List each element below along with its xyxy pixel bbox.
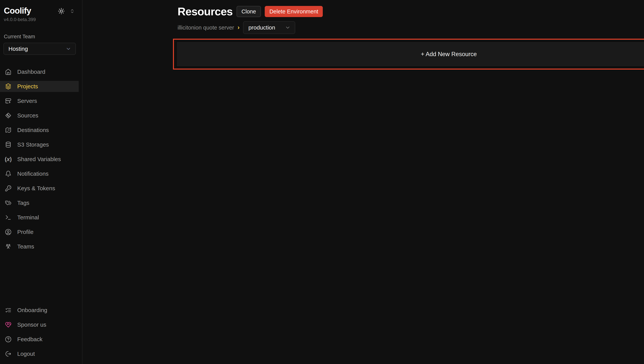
- sidebar-item-projects[interactable]: Projects: [0, 81, 79, 92]
- sidebar-item-keys-tokens[interactable]: Keys & Tokens: [0, 183, 79, 194]
- team-section: Current Team Hosting: [0, 22, 82, 55]
- page-title: Resources: [178, 6, 233, 17]
- sidebar-item-label: Dashboard: [17, 68, 46, 75]
- chevrons-up-down-icon[interactable]: [70, 8, 75, 14]
- breadcrumb: illicitonion quote server › production: [178, 21, 644, 34]
- server-icon: [5, 98, 12, 104]
- help-circle-icon: [5, 336, 12, 342]
- tags-icon: [5, 200, 12, 206]
- heart-hands-icon: [5, 322, 12, 328]
- sidebar-item-terminal[interactable]: Terminal: [0, 212, 79, 223]
- sidebar-item-shared-variables[interactable]: (x) Shared Variables: [0, 154, 79, 165]
- main-content: Resources Clone Delete Environment illic…: [82, 0, 644, 364]
- checklist-icon: [5, 307, 12, 314]
- map-icon: [5, 127, 12, 133]
- current-team-label: Current Team: [4, 34, 76, 40]
- app-window: Coolify v4.0.0-beta.399 Current Team: [0, 0, 644, 364]
- add-new-resource-label: + Add New Resource: [421, 51, 477, 58]
- sidebar-item-label: Tags: [17, 200, 29, 206]
- user-circle-icon: [5, 229, 12, 235]
- terminal-icon: [5, 214, 12, 221]
- sidebar-item-label: Profile: [17, 229, 34, 235]
- sidebar-item-label: Notifications: [17, 170, 48, 177]
- sidebar-item-notifications[interactable]: Notifications: [0, 168, 79, 179]
- clone-button[interactable]: Clone: [236, 6, 261, 17]
- sidebar-item-label: Terminal: [17, 214, 39, 221]
- environment-select[interactable]: production: [243, 21, 295, 34]
- sidebar-item-logout[interactable]: Logout: [0, 348, 79, 360]
- sidebar-item-label: S3 Storages: [17, 142, 49, 148]
- brand-logo[interactable]: Coolify: [4, 6, 31, 15]
- logout-icon: [5, 350, 12, 357]
- sidebar-item-label: Projects: [17, 83, 38, 90]
- sidebar-item-label: Sources: [17, 112, 38, 119]
- layers-icon: [5, 83, 12, 90]
- sidebar-item-sponsor-us[interactable]: Sponsor us: [0, 319, 79, 330]
- sidebar-item-servers[interactable]: Servers: [0, 96, 79, 106]
- annotation-highlight-rectangle: + Add New Resource: [173, 39, 644, 70]
- sidebar-item-tags[interactable]: Tags: [0, 197, 79, 208]
- team-select-value: Hosting: [8, 46, 28, 52]
- sidebar-item-dashboard[interactable]: Dashboard: [0, 66, 79, 78]
- team-select[interactable]: Hosting: [4, 43, 76, 55]
- add-new-resource-button[interactable]: + Add New Resource: [176, 42, 644, 67]
- sidebar-item-destinations[interactable]: Destinations: [0, 124, 79, 136]
- key-icon: [5, 185, 12, 192]
- sidebar-item-label: Sponsor us: [17, 322, 46, 328]
- sidebar-item-onboarding[interactable]: Onboarding: [0, 304, 79, 316]
- sidebar-item-label: Feedback: [17, 336, 42, 342]
- sidebar-footer-nav: Onboarding Sponsor us Feedback Logout: [0, 304, 82, 364]
- bell-icon: [5, 170, 12, 177]
- sidebar-nav: Dashboard Projects Servers Sources: [0, 66, 82, 256]
- sidebar-item-profile[interactable]: Profile: [0, 226, 79, 238]
- sidebar-item-s3-storages[interactable]: S3 Storages: [0, 139, 79, 150]
- breadcrumb-project-link[interactable]: illicitonion quote server: [178, 24, 234, 31]
- sidebar-item-label: Destinations: [17, 127, 49, 133]
- sidebar-item-label: Onboarding: [17, 307, 47, 314]
- version-label: v4.0.0-beta.399: [0, 15, 82, 22]
- sidebar-item-label: Teams: [17, 243, 34, 250]
- sidebar-item-label: Logout: [17, 350, 35, 357]
- sidebar-item-feedback[interactable]: Feedback: [0, 334, 79, 345]
- home-icon: [5, 68, 12, 75]
- sun-icon[interactable]: [58, 8, 65, 14]
- breadcrumb-chevron-icon: ›: [238, 24, 240, 31]
- chevron-down-icon: [66, 46, 71, 52]
- sidebar-item-label: Servers: [17, 98, 37, 104]
- sidebar-item-label: Shared Variables: [17, 156, 61, 162]
- sidebar: Coolify v4.0.0-beta.399 Current Team: [0, 0, 82, 364]
- git-diamond-icon: [5, 112, 12, 119]
- delete-environment-button[interactable]: Delete Environment: [265, 6, 323, 17]
- chevron-down-icon: [285, 25, 290, 30]
- page-header: Resources Clone Delete Environment: [178, 6, 644, 17]
- sidebar-item-label: Keys & Tokens: [17, 185, 55, 192]
- sidebar-item-sources[interactable]: Sources: [0, 110, 79, 121]
- users-icon: [5, 243, 12, 250]
- database-icon: [5, 142, 12, 148]
- sidebar-header: Coolify: [0, 0, 82, 15]
- variable-icon: (x): [5, 156, 12, 162]
- environment-select-value: production: [248, 24, 275, 31]
- sidebar-item-teams[interactable]: Teams: [0, 241, 79, 252]
